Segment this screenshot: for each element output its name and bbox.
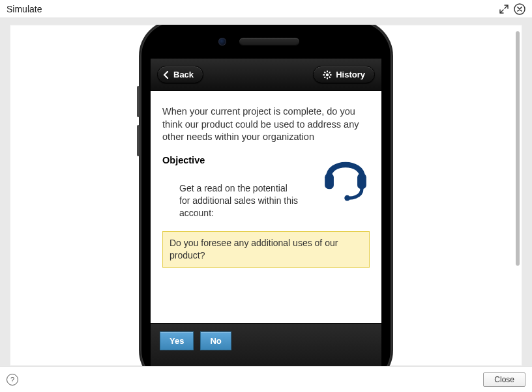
phone-side-button-1: [137, 86, 140, 117]
back-button[interactable]: Back: [157, 66, 203, 83]
dialog-footer: ? Close: [0, 366, 532, 392]
close-icon[interactable]: [514, 3, 525, 15]
gear-icon: [323, 70, 332, 79]
question-text: When your current project is complete, d…: [162, 105, 370, 144]
prompt-box: Do you foresee any additional uses of ou…: [162, 231, 370, 268]
svg-line-6: [325, 72, 326, 73]
svg-rect-10: [325, 173, 334, 189]
svg-point-1: [326, 73, 329, 76]
phone-camera: [218, 38, 226, 46]
back-button-label: Back: [173, 70, 194, 79]
objective-text: Get a read on the potential for addition…: [162, 167, 299, 219]
app-body: When your current project is complete, d…: [151, 91, 381, 275]
preview-canvas: Back: [10, 25, 522, 366]
svg-line-9: [325, 76, 326, 77]
close-button[interactable]: Close: [483, 372, 525, 387]
headset-icon: [318, 147, 374, 206]
no-button[interactable]: No: [200, 331, 231, 350]
history-button[interactable]: History: [313, 66, 375, 83]
phone-frame: Back: [140, 25, 392, 366]
objective-section: Objective Get a read on the potential fo…: [162, 153, 370, 219]
help-icon[interactable]: ?: [7, 374, 18, 385]
yes-button[interactable]: Yes: [160, 331, 194, 350]
svg-rect-11: [357, 173, 366, 189]
help-glyph: ?: [10, 376, 14, 384]
svg-line-8: [329, 72, 331, 73]
svg-line-7: [329, 76, 331, 77]
app-navbar: Back: [151, 59, 381, 91]
dialog-header-actions: [498, 3, 525, 15]
chevron-left-icon: [163, 71, 170, 79]
expand-icon[interactable]: [498, 3, 510, 15]
dialog-title: Simulate: [7, 4, 42, 14]
prompt-text: Do you foresee any additional uses of ou…: [170, 238, 338, 260]
svg-point-12: [344, 195, 350, 201]
scrollbar[interactable]: [516, 31, 520, 266]
workspace: Back: [0, 18, 532, 366]
dialog-header: Simulate: [0, 0, 532, 18]
phone-screen: Back: [151, 59, 381, 366]
phone-speaker: [239, 38, 299, 46]
phone-side-button-2: [137, 125, 140, 156]
history-button-label: History: [336, 70, 365, 79]
app-action-bar: Yes No: [151, 323, 381, 366]
